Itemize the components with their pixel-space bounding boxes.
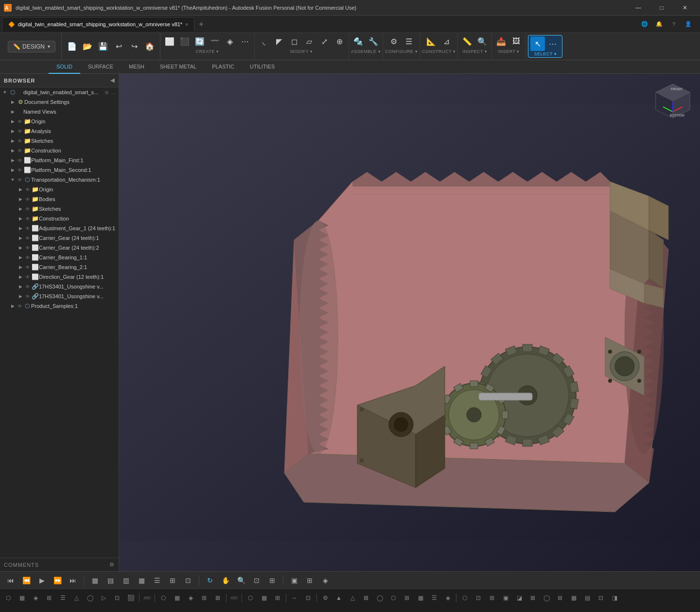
zoom-box-btn[interactable]: ⊡ [250,574,263,587]
expand-motor1[interactable]: ▶ [17,283,24,290]
playback-start-button[interactable]: ⏮ [4,574,18,587]
notification-icon[interactable]: 🔔 [653,18,665,30]
select-more-btn[interactable]: ⋯ [545,36,560,51]
pan-btn[interactable]: ✋ [219,574,232,587]
sb-btn-41[interactable]: ⊡ [595,592,607,604]
undo-button[interactable]: ↩ [111,39,126,54]
sidebar-collapse-button[interactable]: ◀ [110,77,115,84]
sb-btn-39[interactable]: ▦ [567,592,580,604]
expand-product-samples[interactable]: ▶ [9,302,17,310]
expand-construction1[interactable]: ▶ [9,147,17,154]
config1-btn[interactable]: ⚙ [386,34,401,49]
expand-t-construction[interactable]: ▶ [17,215,24,222]
eye-construction1[interactable]: 👁 [17,147,23,154]
view-grid-btn[interactable]: ⊞ [303,574,316,587]
eye-product-samples[interactable]: 👁 [17,303,23,309]
draft-btn[interactable]: ▱ [302,34,316,49]
expand-t-origin[interactable]: ▶ [17,186,24,193]
tree-item-analysis[interactable]: ▶ 👁 📁 Analysis [0,126,119,136]
fit-btn[interactable]: ⊞ [265,574,279,587]
sb-btn-33[interactable]: ⊞ [486,592,498,604]
tree-item-named-views[interactable]: ▶ Named Views [0,107,119,117]
more-root[interactable]: … [110,89,117,96]
expand-origin[interactable]: ▶ [9,118,17,125]
sb-btn-31[interactable]: ⬡ [458,592,471,604]
eye-platform-first[interactable]: 👁 [17,157,23,164]
expand-platform-first[interactable]: ▶ [9,156,17,164]
sb-btn-14[interactable]: ⊞ [198,592,210,604]
eye-t-sketches[interactable]: 👁 [24,205,31,212]
sb-btn-4[interactable]: ⊞ [43,592,55,604]
tree-item-product-samples[interactable]: ▶ 👁 ⬡ Product_Samples:1 [0,301,119,311]
tab-utilities[interactable]: UTILITIES [242,60,282,74]
sb-btn-22[interactable]: ▲ [332,592,345,604]
sb-btn-11[interactable]: ⬡ [157,592,170,604]
eye-adj-gear[interactable]: 👁 [24,225,31,232]
loft-btn[interactable]: ◈ [223,34,237,49]
tab-sheet-metal[interactable]: SHEET METAL [152,60,204,74]
tab-surface[interactable]: SURFACE [80,60,121,74]
tree-item-t-origin[interactable]: ▶ 👁 📁 Origin [0,185,119,194]
main-tab[interactable]: 🔶 digital_twin_enabled_smart_shipping_wo… [2,17,194,32]
eye-carrier-gear2[interactable]: 👁 [24,244,31,251]
eye-t-bodies[interactable]: 👁 [24,196,31,203]
eye-motor2[interactable]: 👁 [24,293,31,300]
design-mode-button[interactable]: ✏️ DESIGN [8,41,55,52]
eye-root[interactable] [17,89,23,96]
extrude-btn[interactable]: ⬛ [177,34,192,49]
tree-item-carrier-bearing1[interactable]: ▶ 👁 ⬜ Carrier_Bearing_1:1 [0,253,119,262]
timeline-btn-5[interactable]: ☰ [150,574,164,587]
eye-named-views[interactable] [17,108,23,115]
tree-item-carrier-bearing2[interactable]: ▶ 👁 ⬜ Carrier_Bearing_2:1 [0,262,119,272]
timeline-btn-1[interactable]: ▦ [88,574,102,587]
tree-item-doc-settings[interactable]: ▶ ⚙ Document Settings [0,97,119,107]
inspect2-btn[interactable]: 🔍 [475,34,490,49]
eye-analysis[interactable]: 👁 [17,128,23,135]
tree-item-root[interactable]: ▼ ⬡ digital_twin_enabled_smart_s... ⚙ … [0,87,119,97]
sb-btn-3[interactable]: ◈ [29,592,42,604]
sb-btn-36[interactable]: ⊠ [526,592,539,604]
sb-btn-9[interactable]: ⊡ [111,592,123,604]
sb-btn-17[interactable]: ▦ [258,592,270,604]
sb-btn-35[interactable]: ◪ [513,592,525,604]
expand-transport[interactable]: ▼ [9,176,17,184]
tree-item-platform-first[interactable]: ▶ 👁 ⬜ Platform_Main_First:1 [0,155,119,165]
tab-solid[interactable]: SOLID [49,60,80,74]
expand-carrier-bearing2[interactable]: ▶ [17,263,24,271]
redo-button[interactable]: ↪ [127,39,141,54]
select-btn[interactable]: ↖ [530,36,545,51]
view-display-btn[interactable]: ▣ [287,574,301,587]
expand-direction-gear[interactable]: ▶ [17,273,24,281]
viewport[interactable]: FRONT BOTTOM [119,74,700,571]
eye-t-origin[interactable]: 👁 [24,186,31,193]
joint2-btn[interactable]: 🔧 [366,34,381,49]
sb-btn-13[interactable]: ◈ [184,592,197,604]
open-button[interactable]: 📂 [80,39,95,54]
sb-btn-40[interactable]: ▤ [581,592,594,604]
settings-root[interactable]: ⚙ [103,89,110,96]
account-icon[interactable]: 👤 [682,18,694,30]
sb-btn-7[interactable]: ◯ [84,592,96,604]
sb-btn-42[interactable]: ◨ [608,592,621,604]
help-icon[interactable]: ? [668,18,680,30]
eye-carrier-bearing2[interactable]: 👁 [24,264,31,271]
tree-item-t-bodies[interactable]: ▶ 👁 📁 Bodies [0,194,119,204]
expand-carrier-gear2[interactable]: ▶ [17,244,24,252]
timeline-btn-3[interactable]: ▥ [119,574,133,587]
save-button[interactable]: 💾 [96,39,110,54]
eye-direction-gear[interactable]: 👁 [24,273,31,280]
tree-item-transport[interactable]: ▼ 👁 ⬡ Transportation_Mechanism:1 [0,175,119,185]
expand-carrier-gear1[interactable]: ▶ [17,234,24,242]
construct1-btn[interactable]: 📐 [424,34,438,49]
sb-btn-21[interactable]: ⚙ [319,592,332,604]
maximize-button[interactable]: □ [650,0,673,16]
joint-btn[interactable]: 🔩 [351,34,366,49]
sb-btn-16[interactable]: ⬡ [244,592,257,604]
new-button[interactable]: 📄 [65,39,79,54]
create-sketch-btn[interactable]: ⬜ [162,34,177,49]
comments-settings-button[interactable]: ⚙ [109,561,115,568]
tree-item-origin[interactable]: ▶ 👁 📁 Origin [0,117,119,126]
expand-motor2[interactable]: ▶ [17,292,24,300]
revolve-btn[interactable]: 🔄 [192,34,207,49]
zoom-btn[interactable]: 🔍 [234,574,248,587]
